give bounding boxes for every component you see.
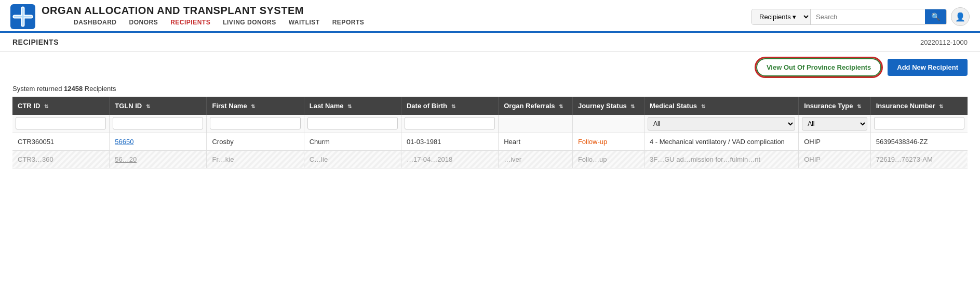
result-summary: System returned 12458 Recipients (0, 83, 980, 97)
record-id: 20220112-1000 (920, 38, 968, 46)
cell-insurance_type: OHIP (799, 133, 871, 151)
logo-area: ORGAN ALLOCATION AND TRANSPLANT SYSTEM D… (10, 4, 364, 29)
col-header-ctr_id[interactable]: CTR ID ⇅ (12, 97, 110, 115)
cell-medical_status: 4 - Mechanical ventilatory / VAD complic… (644, 133, 798, 151)
filter-cell-tgln_id (110, 115, 207, 133)
sort-icon: ⇅ (630, 103, 635, 109)
cell-ctr_id: CTR360051 (12, 133, 110, 151)
recipients-table: CTR ID ⇅TGLN ID ⇅First Name ⇅Last Name ⇅… (12, 97, 968, 168)
sort-icon: ⇅ (559, 103, 563, 109)
recipients-table-wrapper: CTR ID ⇅TGLN ID ⇅First Name ⇅Last Name ⇅… (0, 97, 980, 168)
sort-icon: ⇅ (857, 103, 861, 109)
col-header-organ[interactable]: Organ Referrals ⇅ (499, 97, 573, 115)
user-icon: 👤 (955, 12, 965, 22)
table-body: AllAllCTR36005156650CrosbyChurm01-03-198… (12, 115, 968, 168)
nav-item-donors[interactable]: DONORS (129, 19, 158, 26)
col-header-insurance_type[interactable]: Insurance Type ⇅ (799, 97, 871, 115)
search-category-dropdown[interactable]: Recipients ▾ (752, 9, 811, 24)
cell-journey_status: Follow-up (572, 133, 644, 151)
cell-tgln_id[interactable]: 56…20 (110, 151, 207, 168)
nav-item-living-donors[interactable]: LIVING DONORS (223, 19, 276, 26)
filter-cell-ctr_id (12, 115, 110, 133)
col-header-last_name[interactable]: Last Name ⇅ (304, 97, 401, 115)
cell-last_name: C…lie (304, 151, 401, 168)
page-title: RECIPIENTS (12, 38, 59, 46)
cell-journey_status: Follo…up (572, 151, 644, 168)
header-controls: Recipients ▾ 🔍 👤 (751, 7, 970, 26)
cell-dob: 01-03-1981 (401, 133, 498, 151)
nav-item-recipients[interactable]: RECIPIENTS (170, 19, 210, 26)
app-title-area: ORGAN ALLOCATION AND TRANSPLANT SYSTEM D… (42, 5, 364, 29)
add-new-recipient-button[interactable]: Add New Recipient (888, 59, 968, 76)
nav-bar: DASHBOARDDONORSRECIPIENTSLIVING DONORSWA… (42, 17, 364, 29)
nav-item-dashboard[interactable]: DASHBOARD (74, 19, 117, 26)
result-summary-prefix: System returned (12, 85, 64, 93)
cell-organ: …iver (499, 151, 573, 168)
table-row: CTR3…36056…20Fr…kieC…lie…17-04…2018…iver… (12, 151, 968, 168)
filter-cell-insurance_number (870, 115, 968, 133)
table-row: CTR36005156650CrosbyChurm01-03-1981Heart… (12, 133, 968, 151)
filter-medical-status[interactable]: All (648, 117, 795, 131)
filter-cell-organ (499, 115, 573, 133)
sort-icon: ⇅ (701, 103, 705, 109)
filter-input-last_name[interactable] (307, 117, 398, 129)
filter-cell-insurance_type: All (799, 115, 871, 133)
filter-cell-last_name (304, 115, 401, 133)
result-count: 12458 (64, 85, 83, 93)
filter-cell-medical_status: All (644, 115, 798, 133)
sort-icon: ⇅ (939, 103, 943, 109)
nav-item-reports[interactable]: REPORTS (332, 19, 365, 26)
search-input[interactable] (811, 10, 925, 24)
filter-input-tgln_id[interactable] (113, 117, 203, 129)
cell-insurance_number: 72619…76273-AM (870, 151, 968, 168)
sort-icon: ⇅ (451, 103, 455, 109)
sort-icon: ⇅ (347, 103, 352, 109)
sort-icon: ⇅ (251, 103, 255, 109)
cell-last_name: Churm (304, 133, 401, 151)
header-top: ORGAN ALLOCATION AND TRANSPLANT SYSTEM D… (10, 0, 970, 31)
nav-item-waitlist[interactable]: WAITLIST (289, 19, 320, 26)
col-header-insurance_number[interactable]: Insurance Number ⇅ (870, 97, 968, 115)
col-header-tgln_id[interactable]: TGLN ID ⇅ (110, 97, 207, 115)
page-header: RECIPIENTS 20220112-1000 (0, 33, 980, 52)
view-out-of-province-button[interactable]: View Out Of Province Recipients (756, 58, 881, 76)
col-header-journey_status[interactable]: Journey Status ⇅ (572, 97, 644, 115)
action-bar: View Out Of Province Recipients Add New … (0, 52, 980, 83)
cell-first_name: Crosby (207, 133, 304, 151)
cell-dob: …17-04…2018 (401, 151, 498, 168)
search-button[interactable]: 🔍 (925, 9, 946, 24)
cell-tgln_id[interactable]: 56650 (110, 133, 207, 151)
logo-icon (10, 4, 35, 29)
sort-icon: ⇅ (146, 103, 150, 109)
filter-input-insurance_number[interactable] (874, 117, 964, 129)
filter-input-first_name[interactable] (210, 117, 300, 129)
cell-ctr_id: CTR3…360 (12, 151, 110, 168)
filter-cell-first_name (207, 115, 304, 133)
filter-cell-dob (401, 115, 498, 133)
cell-insurance_type: OHIP (799, 151, 871, 168)
cell-first_name: Fr…kie (207, 151, 304, 168)
col-header-medical_status[interactable]: Medical Status ⇅ (644, 97, 798, 115)
col-header-dob[interactable]: Date of Birth ⇅ (401, 97, 498, 115)
search-bar: Recipients ▾ 🔍 (751, 9, 947, 25)
result-summary-suffix: Recipients (83, 85, 116, 93)
filter-cell-journey_status (572, 115, 644, 133)
cell-organ: Heart (499, 133, 573, 151)
filter-input-dob[interactable] (405, 117, 495, 129)
user-menu-button[interactable]: 👤 (951, 7, 970, 26)
cell-medical_status: 3F…GU ad…mission for…fulmin…nt (644, 151, 798, 168)
table-header-row: CTR ID ⇅TGLN ID ⇅First Name ⇅Last Name ⇅… (12, 97, 968, 115)
top-bar: ORGAN ALLOCATION AND TRANSPLANT SYSTEM D… (0, 0, 980, 33)
cell-insurance_number: 56395438346-ZZ (870, 133, 968, 151)
col-header-first_name[interactable]: First Name ⇅ (207, 97, 304, 115)
app-title: ORGAN ALLOCATION AND TRANSPLANT SYSTEM (42, 5, 364, 17)
sort-icon: ⇅ (44, 103, 48, 109)
filter-insurance-type[interactable]: All (802, 117, 867, 131)
filter-row: AllAll (12, 115, 968, 133)
filter-input-ctr_id[interactable] (16, 117, 106, 129)
